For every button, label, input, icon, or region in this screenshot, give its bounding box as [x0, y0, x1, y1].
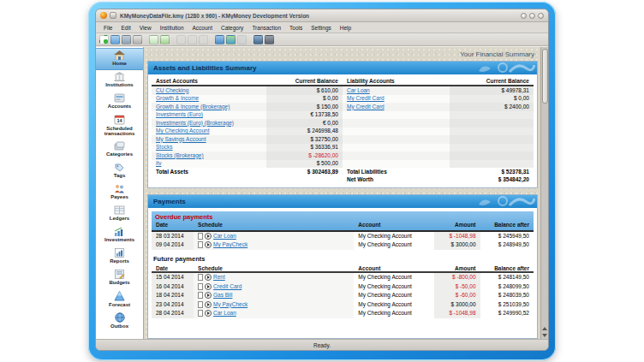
schedule-link[interactable]: Car Loan — [213, 234, 236, 240]
account-link[interactable]: My Credit Card — [347, 95, 385, 101]
future-payment-row: 28 04 2014 Car Loan My Checking Account … — [152, 309, 534, 318]
open-file-icon[interactable] — [110, 35, 120, 45]
new-file-icon[interactable] — [99, 35, 109, 45]
edit-schedule-icon[interactable] — [198, 301, 203, 308]
menu-settings[interactable]: Settings — [307, 25, 336, 31]
sidebar-item-reports[interactable]: Reports — [96, 246, 143, 268]
skip-schedule-icon[interactable] — [205, 310, 212, 317]
account-link[interactable]: Growth & Income — [156, 95, 199, 101]
col-schedule: Schedule — [194, 264, 354, 274]
payment-amount: $ 3000,00 — [434, 240, 480, 250]
menu-account[interactable]: Account — [188, 25, 218, 31]
sidebar-item-home[interactable]: Home — [96, 48, 143, 70]
close-button[interactable] — [538, 13, 544, 19]
menu-view[interactable]: View — [135, 25, 156, 31]
edit-schedule-icon[interactable] — [198, 283, 203, 290]
account-link[interactable]: Investments (Euro) (Brokerage) — [156, 120, 234, 126]
edit-schedule-icon[interactable] — [198, 274, 203, 281]
menu-edit[interactable]: Edit — [116, 25, 134, 31]
payment-balance-after: $ 248039,50 — [480, 291, 534, 300]
skip-schedule-icon[interactable] — [205, 233, 212, 240]
payment-account: My Checking Account — [354, 273, 434, 282]
currency-icon[interactable] — [253, 35, 263, 45]
export-icon[interactable] — [160, 35, 170, 45]
save-icon[interactable] — [122, 35, 131, 45]
account-link[interactable]: Investments (Euro) — [156, 111, 203, 117]
sidebar-item-label: Reports — [110, 258, 129, 264]
section-title: Assets and Liabilities Summary — [153, 64, 257, 72]
account-link[interactable]: Growth & Income (Brokerage) — [156, 104, 230, 110]
menu-help[interactable]: Help — [336, 25, 355, 31]
window-title: KMyMoneyDataFile.kmy (1280 x 960) - KMyM… — [120, 13, 521, 19]
payment-amount: $ -800,00 — [434, 273, 480, 282]
skip-schedule-icon[interactable] — [205, 274, 212, 281]
reports-chart-icon[interactable] — [215, 35, 224, 45]
menu-tools[interactable]: Tools — [285, 25, 307, 31]
account-balance: $ 32750,00 — [266, 135, 343, 144]
account-link[interactable]: itv — [156, 160, 162, 166]
sidebar-item-budgets[interactable]: Budgets — [96, 268, 143, 289]
table-row: itv $ 500,00 — [152, 160, 534, 169]
account-link[interactable]: Stocks (Brokerage) — [156, 152, 204, 158]
account-link[interactable]: My Credit Card — [347, 104, 385, 110]
sidebar-item-label: Home — [112, 61, 127, 67]
menu-category[interactable]: Category — [217, 25, 247, 31]
sidebar-item-institutions[interactable]: Institutions — [96, 70, 143, 92]
col-date: Date — [152, 264, 194, 274]
payment-balance-after: $ 245949,50 — [480, 232, 534, 241]
schedule-link[interactable]: Car Loan — [213, 311, 236, 317]
overdue-payment-row: 09 04 2014 My PayCheck My Checking Accou… — [152, 240, 534, 250]
edit-schedule-icon[interactable] — [198, 292, 203, 299]
minimize-button[interactable] — [521, 13, 527, 19]
col-account: Account — [354, 264, 434, 274]
sidebar-item-label: Forecast — [109, 302, 130, 308]
scrollbar-thumb[interactable] — [542, 49, 548, 104]
maximize-button[interactable] — [529, 13, 535, 19]
schedule-link[interactable]: Gas Bill — [213, 293, 232, 299]
scroll-up-icon[interactable] — [542, 327, 547, 330]
vertical-scrollbar[interactable] — [540, 47, 548, 339]
account-link[interactable]: Car Loan — [347, 87, 370, 93]
titlebar[interactable]: KMyMoneyDataFile.kmy (1280 x 960) - KMyM… — [96, 9, 548, 22]
sidebar-item-forecast[interactable]: Forecast — [96, 289, 143, 311]
sidebar-item-categories[interactable]: Categories — [96, 139, 143, 161]
payment-amount: $ -60,00 — [434, 291, 480, 300]
skip-schedule-icon[interactable] — [205, 283, 212, 290]
menu-institution[interactable]: Institution — [156, 25, 188, 31]
sidebar-item-accounts[interactable]: Accounts — [96, 92, 143, 113]
table-row: Growth & Income (Brokerage) $ 150,00 My … — [152, 103, 534, 111]
home-icon — [114, 50, 125, 60]
payment-amount: $ -1048,98 — [434, 309, 480, 318]
schedule-link[interactable]: My PayCheck — [213, 242, 247, 248]
account-link[interactable]: My Checking Account — [156, 128, 210, 134]
skip-schedule-icon[interactable] — [205, 301, 212, 308]
sidebar-item-investments[interactable]: Investments — [96, 225, 143, 246]
sidebar-item-tags[interactable]: Tags — [96, 161, 143, 182]
schedule-link[interactable]: My PayCheck — [213, 302, 247, 308]
sidebar-item-scheduled[interactable]: 14 Scheduled transactions — [96, 113, 143, 139]
edit-schedule-icon[interactable] — [198, 233, 203, 240]
sidebar-item-payees[interactable]: Payees — [96, 182, 143, 204]
scroll-down-icon[interactable] — [542, 334, 547, 337]
edit-schedule-icon[interactable] — [198, 241, 203, 248]
edit-schedule-icon[interactable] — [198, 310, 203, 317]
schedule-link[interactable]: Rent — [213, 275, 225, 281]
sidebar-item-outbox[interactable]: Outbox — [96, 311, 143, 332]
ledger-icon[interactable] — [265, 35, 274, 45]
print-icon[interactable] — [133, 35, 142, 45]
menu-transaction[interactable]: Transaction — [247, 25, 285, 31]
account-link[interactable]: Stocks — [156, 144, 173, 150]
skip-schedule-icon[interactable] — [205, 292, 212, 299]
payments-header: Payments — [148, 195, 537, 208]
account-link[interactable]: CU Checking — [156, 87, 188, 93]
assets-liabilities-card: Assets and Liabilities Summary Asset Acc… — [147, 61, 538, 188]
menu-file[interactable]: File — [99, 25, 116, 31]
investments-chart-icon[interactable] — [226, 35, 236, 45]
window-menu-icon[interactable] — [110, 12, 116, 19]
sidebar-item-ledgers[interactable]: Ledgers — [96, 204, 143, 225]
account-link[interactable]: My Savings Account — [156, 136, 206, 142]
import-icon[interactable] — [149, 35, 158, 45]
schedule-link[interactable]: Credit Card — [213, 284, 242, 290]
table-row: My Savings Account $ 32750,00 — [152, 135, 534, 144]
skip-schedule-icon[interactable] — [205, 241, 212, 248]
